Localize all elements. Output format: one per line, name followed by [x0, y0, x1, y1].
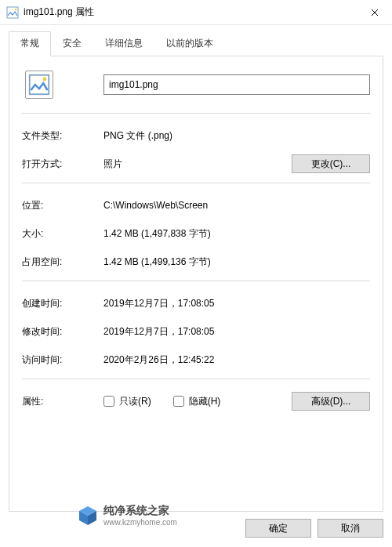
- accessed-label: 访问时间:: [22, 353, 103, 367]
- svg-point-3: [43, 78, 47, 82]
- file-type-icon: [25, 71, 53, 99]
- divider: [22, 379, 370, 379]
- advanced-button[interactable]: 高级(D)...: [292, 392, 370, 411]
- created-value: 2019年12月7日，17:08:05: [103, 297, 370, 310]
- tab-security[interactable]: 安全: [51, 31, 93, 56]
- filename-input[interactable]: [103, 74, 370, 95]
- created-label: 创建时间:: [22, 297, 103, 310]
- svg-marker-5: [79, 511, 88, 525]
- location-value: C:\Windows\Web\Screen: [103, 200, 370, 211]
- svg-point-1: [15, 8, 17, 10]
- tab-label: 安全: [63, 38, 82, 49]
- divider: [22, 281, 370, 281]
- size-label: 大小:: [22, 227, 103, 241]
- dialog-footer: 确定 取消: [245, 519, 383, 538]
- readonly-checkbox-input[interactable]: [103, 396, 114, 407]
- tab-bar: 常规 安全 详细信息 以前的版本: [0, 25, 392, 56]
- hidden-checkbox[interactable]: 隐藏(H): [173, 395, 221, 408]
- attributes-label: 属性:: [22, 395, 103, 408]
- tab-details[interactable]: 详细信息: [93, 31, 154, 56]
- ok-button[interactable]: 确定: [245, 519, 311, 538]
- window-title: img101.png 属性: [24, 5, 358, 19]
- opens-with-value: 照片: [103, 158, 292, 171]
- accessed-value: 2020年2月26日，12:45:22: [103, 353, 370, 367]
- file-type-value: PNG 文件 (.png): [103, 129, 370, 143]
- brand-url: www.kzmyhome.com: [103, 518, 177, 527]
- titlebar: img101.png 属性: [0, 0, 392, 25]
- close-button[interactable]: [358, 0, 392, 25]
- modified-label: 修改时间:: [22, 325, 103, 339]
- file-png-icon: [6, 6, 19, 19]
- size-on-disk-value: 1.42 MB (1,499,136 字节): [103, 255, 370, 269]
- tab-previous-versions[interactable]: 以前的版本: [154, 31, 225, 56]
- tab-general[interactable]: 常规: [9, 31, 51, 56]
- hidden-checkbox-input[interactable]: [173, 396, 184, 407]
- hidden-label: 隐藏(H): [189, 395, 221, 408]
- cancel-button[interactable]: 取消: [318, 519, 383, 538]
- watermark: [9, 470, 383, 514]
- readonly-checkbox[interactable]: 只读(R): [103, 395, 151, 408]
- location-label: 位置:: [22, 199, 103, 212]
- tab-label: 常规: [20, 38, 39, 49]
- svg-marker-6: [88, 511, 96, 525]
- change-button[interactable]: 更改(C)...: [292, 154, 370, 173]
- file-type-label: 文件类型:: [22, 129, 103, 143]
- size-value: 1.42 MB (1,497,838 字节): [103, 227, 370, 241]
- tab-label: 详细信息: [105, 38, 143, 49]
- size-on-disk-label: 占用空间:: [22, 255, 103, 269]
- modified-value: 2019年12月7日，17:08:05: [103, 325, 370, 339]
- opens-with-label: 打开方式:: [22, 158, 103, 171]
- readonly-label: 只读(R): [119, 395, 151, 408]
- divider: [22, 183, 370, 183]
- tab-label: 以前的版本: [166, 38, 213, 49]
- divider: [22, 113, 370, 114]
- content-panel: 文件类型: PNG 文件 (.png) 打开方式: 照片 更改(C)... 位置…: [9, 56, 383, 512]
